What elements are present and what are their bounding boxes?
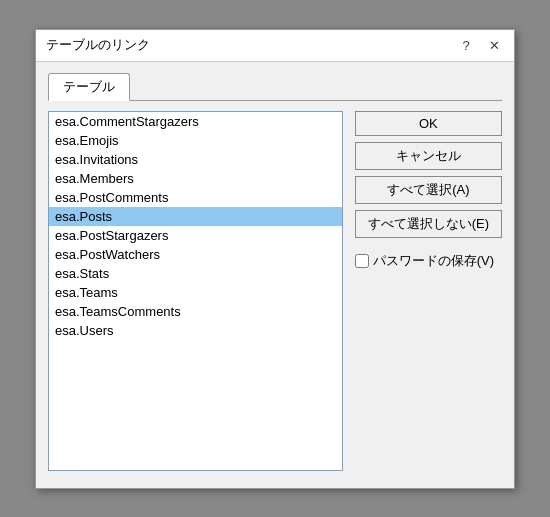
password-save-label[interactable]: パスワードの保存(V) (373, 252, 494, 270)
list-item[interactable]: esa.Teams (49, 283, 342, 302)
list-item[interactable]: esa.Members (49, 169, 342, 188)
table-list[interactable]: esa.CommentStargazersesa.Emojisesa.Invit… (48, 111, 343, 471)
button-panel: OK キャンセル すべて選択(A) すべて選択しない(E) パスワードの保存(V… (355, 111, 502, 476)
list-item[interactable]: esa.TeamsComments (49, 302, 342, 321)
ok-button[interactable]: OK (355, 111, 502, 136)
password-save-checkbox[interactable] (355, 254, 369, 268)
dialog-window: テーブルのリンク ? ✕ テーブル esa.CommentStargazerse… (35, 29, 515, 489)
select-all-button[interactable]: すべて選択(A) (355, 176, 502, 204)
help-button[interactable]: ? (456, 38, 476, 53)
list-item[interactable]: esa.Emojis (49, 131, 342, 150)
list-item[interactable]: esa.CommentStargazers (49, 112, 342, 131)
deselect-all-button[interactable]: すべて選択しない(E) (355, 210, 502, 238)
dialog-title: テーブルのリンク (46, 36, 150, 54)
title-bar: テーブルのリンク ? ✕ (36, 30, 514, 62)
content-area: esa.CommentStargazersesa.Emojisesa.Invit… (48, 111, 502, 476)
list-item[interactable]: esa.PostWatchers (49, 245, 342, 264)
list-item[interactable]: esa.Users (49, 321, 342, 340)
dialog-body: テーブル esa.CommentStargazersesa.Emojisesa.… (36, 62, 514, 488)
title-bar-controls: ? ✕ (456, 38, 504, 53)
tab-table[interactable]: テーブル (48, 73, 130, 101)
list-item[interactable]: esa.PostStargazers (49, 226, 342, 245)
list-item[interactable]: esa.Posts (49, 207, 342, 226)
cancel-button[interactable]: キャンセル (355, 142, 502, 170)
tab-bar: テーブル (48, 72, 502, 101)
password-save-row: パスワードの保存(V) (355, 252, 502, 270)
list-item[interactable]: esa.PostComments (49, 188, 342, 207)
list-item[interactable]: esa.Stats (49, 264, 342, 283)
close-button[interactable]: ✕ (484, 38, 504, 53)
list-item[interactable]: esa.Invitations (49, 150, 342, 169)
